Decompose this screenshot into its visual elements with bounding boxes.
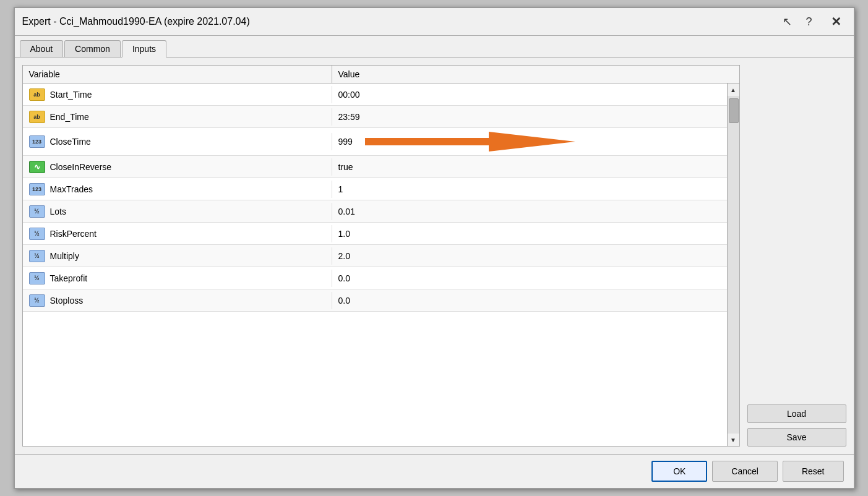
var-name: Takeprofit [50, 273, 88, 283]
bottom-bar: OK Cancel Reset [15, 454, 854, 488]
var-name: CloseTime [50, 137, 91, 147]
cell-variable: ab Start_Time [23, 86, 332, 103]
ok-button[interactable]: OK [651, 461, 707, 482]
close-button[interactable]: ✕ [826, 13, 846, 30]
save-button[interactable]: Save [747, 428, 846, 447]
var-name: MaxTrades [50, 184, 93, 194]
cell-value: 0.0 [332, 293, 727, 308]
table-row[interactable]: ½ Lots 0.01 [23, 200, 727, 223]
cancel-button[interactable]: Cancel [712, 461, 778, 482]
cell-variable: ½ Multiply [23, 247, 332, 265]
col-header-variable: Variable [23, 66, 332, 83]
cell-value: 00:00 [332, 87, 727, 102]
table-row[interactable]: ½ Takeprofit 0.0 [23, 267, 727, 289]
scroll-down-arrow[interactable]: ▼ [727, 434, 739, 446]
title-bar: Expert - Cci_Mahmoud1990-EA (expire 2021… [15, 8, 854, 36]
right-panel: Load Save [747, 65, 846, 447]
var-name: End_Time [50, 112, 89, 122]
icon-v2: ½ [29, 205, 45, 218]
scroll-track[interactable] [728, 96, 739, 434]
cell-variable: ½ Lots [23, 203, 332, 220]
main-content: Variable Value ab Start_Time 00:00 [15, 58, 854, 454]
table-row-closetime[interactable]: 123 CloseTime 999 [23, 128, 727, 156]
cell-value: true [332, 160, 727, 174]
var-name: Lots [50, 207, 66, 216]
dialog-title: Expert - Cci_Mahmoud1990-EA (expire 2021… [22, 16, 250, 27]
icon-ab: ab [29, 88, 45, 101]
tab-inputs[interactable]: Inputs [122, 40, 166, 58]
var-name: Start_Time [50, 90, 92, 100]
icon-v2: ½ [29, 294, 45, 307]
table-header: Variable Value [23, 66, 739, 83]
cell-value-closetime: 999 [332, 128, 727, 155]
params-table: Variable Value ab Start_Time 00:00 [22, 65, 740, 447]
table-row[interactable]: 123 MaxTrades 1 [23, 178, 727, 200]
table-wrapper: ab Start_Time 00:00 ab End_Time 23:59 [23, 83, 739, 446]
table-body[interactable]: ab Start_Time 00:00 ab End_Time 23:59 [23, 83, 727, 446]
icon-ab: ab [29, 111, 45, 123]
cell-value: 1.0 [332, 226, 727, 241]
table-row[interactable]: ½ Multiply 2.0 [23, 245, 727, 267]
cell-variable: ½ Stoploss [23, 292, 332, 309]
cell-variable: ½ RiskPercent [23, 225, 332, 242]
table-row[interactable]: ½ RiskPercent 1.0 [23, 223, 727, 245]
scroll-thumb[interactable] [729, 98, 739, 123]
svg-marker-0 [365, 132, 575, 152]
icon-123: 123 [29, 135, 45, 148]
cursor-icon: ↖ [783, 15, 792, 28]
cell-value: 2.0 [332, 249, 727, 263]
scroll-up-arrow[interactable]: ▲ [727, 83, 739, 96]
cell-variable: 123 MaxTrades [23, 181, 332, 198]
title-bar-controls: ↖ ? ✕ [783, 13, 846, 30]
cell-value: 1 [332, 182, 727, 197]
cell-variable: ab End_Time [23, 108, 332, 126]
cell-variable: ∿ CloseInReverse [23, 158, 332, 176]
reset-button[interactable]: Reset [783, 461, 844, 482]
load-button[interactable]: Load [747, 404, 846, 423]
col-header-value: Value [332, 66, 727, 83]
icon-v2: ½ [29, 250, 45, 262]
scrollbar[interactable]: ▲ ▼ [727, 83, 739, 446]
cell-value: 0.0 [332, 271, 727, 286]
table-row[interactable]: ∿ CloseInReverse true [23, 156, 727, 178]
icon-wave: ∿ [29, 161, 45, 173]
help-button[interactable]: ? [802, 14, 815, 30]
icon-v2: ½ [29, 272, 45, 284]
icon-v2: ½ [29, 228, 45, 240]
var-name: Multiply [50, 251, 79, 261]
orange-arrow-annotation [365, 130, 575, 153]
cell-value: 23:59 [332, 109, 727, 124]
expert-dialog: Expert - Cci_Mahmoud1990-EA (expire 2021… [14, 7, 855, 489]
var-name: CloseInReverse [50, 162, 112, 172]
var-name: RiskPercent [50, 229, 97, 239]
table-row[interactable]: ab End_Time 23:59 [23, 106, 727, 128]
table-row[interactable]: ½ Stoploss 0.0 [23, 289, 727, 312]
icon-123: 123 [29, 183, 45, 195]
tab-common[interactable]: Common [64, 40, 121, 57]
tabs-bar: About Common Inputs [15, 36, 854, 58]
cell-variable: ½ Takeprofit [23, 270, 332, 287]
table-section: Variable Value ab Start_Time 00:00 [22, 65, 740, 447]
cell-variable: 123 CloseTime [23, 133, 332, 150]
table-row[interactable]: ab Start_Time 00:00 [23, 83, 727, 106]
var-name: Stoploss [50, 296, 84, 306]
tab-about[interactable]: About [20, 40, 64, 57]
cell-value: 0.01 [332, 204, 727, 219]
